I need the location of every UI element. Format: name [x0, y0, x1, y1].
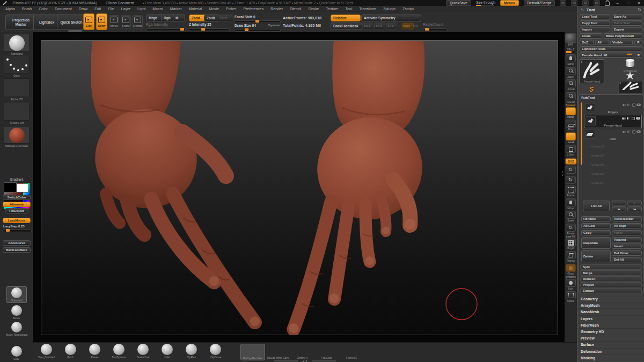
quick-sketch-button[interactable]: Quick Sketch	[57, 14, 86, 30]
menus-toggle-button[interactable]: Menus	[500, 0, 519, 6]
zcut-button[interactable]: Zcut	[217, 14, 233, 21]
goz-all-button[interactable]: All	[595, 40, 609, 45]
right-shelf-button[interactable]: Ghost	[566, 264, 576, 275]
alternate-button[interactable]: Alternate	[3, 202, 31, 207]
see-through-slider[interactable]: See-through	[476, 1, 495, 6]
menu-item[interactable]: Edit	[94, 7, 101, 11]
radial-count-slider[interactable]	[423, 28, 448, 31]
menu-item[interactable]: Material	[188, 7, 202, 11]
right-shelf-button[interactable]: Local	[566, 132, 576, 144]
scale-mode-button[interactable]: Scale	[121, 15, 131, 28]
current-texture-thumbnail[interactable]	[4, 102, 30, 121]
right-tray-collapse-handle[interactable]: ∧∨	[560, 171, 565, 176]
all-low-button[interactable]: All Low	[581, 223, 611, 228]
menu-item[interactable]: Picker	[226, 7, 236, 11]
palette-section-header[interactable]: Preview	[577, 335, 644, 342]
right-shelf-button[interactable]: Rotate	[566, 224, 576, 235]
tablet2-icon[interactable]	[594, 0, 600, 6]
subtool-toggles[interactable]	[623, 104, 640, 106]
symmetry-z-button[interactable]: >Z<	[386, 23, 397, 29]
menu-item[interactable]: Preferences	[244, 7, 264, 11]
right-shelf-button[interactable]: BPR	[565, 33, 576, 46]
refresh-icon[interactable]: ↻	[638, 8, 641, 12]
clone-button[interactable]: Clone	[580, 33, 602, 39]
default-zscript-button[interactable]: DefaultZScript	[524, 0, 555, 6]
polypaint-toggle-icon[interactable]	[623, 104, 626, 106]
menu-item[interactable]: Brush	[22, 7, 32, 11]
palette-section-header[interactable]: NanoMesh	[577, 309, 644, 315]
right-shelf-button[interactable]: Move	[566, 198, 576, 210]
right-shelf-button[interactable]: Frame	[566, 186, 576, 197]
halfvis-toggle-icon[interactable]	[627, 117, 630, 120]
palette-section-header[interactable]: Deformation	[577, 349, 644, 355]
menu-item[interactable]: Alpha	[5, 7, 15, 11]
paste-subtool-button[interactable]: Paste	[612, 230, 642, 235]
lazy-step-slider[interactable]	[3, 230, 32, 232]
right-shelf-button[interactable]: Dynamic Solo	[566, 276, 576, 290]
palette-section-header[interactable]: FiberMesh	[577, 322, 644, 329]
rotate-mode-button[interactable]: Rotate	[133, 15, 143, 28]
subtool-toggles[interactable]	[623, 130, 640, 133]
main-color-swatch[interactable]	[4, 182, 17, 193]
bottom-material-item[interactable]: Flat Color	[314, 344, 339, 360]
quick-brush-item[interactable]: Move Topological	[0, 322, 33, 336]
activate-symmetry-button[interactable]: Activate Symmetry	[361, 14, 421, 21]
fill-object-button[interactable]: FillObject	[5, 208, 28, 213]
bottom-material-item[interactable]: MatCap Red Wax	[240, 344, 265, 360]
load-tool-button[interactable]: Load Tool	[580, 14, 610, 19]
rgb-intensity-slider[interactable]	[146, 28, 186, 31]
tool-thumb-cylinder[interactable]: Cylinder3D	[618, 60, 642, 72]
halfvis-toggle-icon[interactable]	[627, 104, 631, 106]
tablet-icon[interactable]	[582, 0, 589, 6]
quick-brush-item[interactable]: Move	[0, 305, 33, 320]
menu-item[interactable]: Texture	[326, 7, 338, 11]
bottom-brush-item[interactable]: Inflat	[155, 344, 179, 359]
right-shelf-button[interactable]: Zoom	[566, 67, 576, 78]
make-polymesh3d-button[interactable]: Make PolyMesh3D	[604, 33, 642, 39]
current-brush-thumbnail[interactable]	[4, 34, 30, 51]
move-mode-button[interactable]: Move	[109, 15, 119, 28]
lock-icon[interactable]	[605, 2, 610, 6]
current-stroke-thumbnail[interactable]	[4, 56, 30, 73]
right-shelf-button[interactable]: SPix 3	[566, 48, 575, 53]
palette-section-header[interactable]: Surface	[577, 342, 644, 348]
goz-visible-button[interactable]: Visible	[610, 40, 633, 45]
bottom-brush-item[interactable]: SnakeHook	[131, 344, 155, 359]
autoreorder-button[interactable]: AutoReorder	[612, 216, 642, 221]
split-section[interactable]: Split	[580, 264, 642, 270]
append-button[interactable]: Append	[612, 237, 642, 242]
palette-section-header[interactable]: Geometry HD	[577, 329, 644, 335]
subtool-header[interactable]: SubTool	[581, 96, 595, 100]
brush-toggle-icon[interactable]	[632, 117, 635, 120]
menu-item[interactable]: Stroke	[308, 7, 319, 11]
active-tool-r-button[interactable]: R	[635, 53, 642, 58]
right-shelf-button[interactable]: Transp	[566, 251, 576, 262]
bottom-brush-item[interactable]: TrimDynamic	[107, 344, 131, 359]
palette-config2-icon[interactable]	[571, 0, 577, 6]
halfvis-toggle-icon[interactable]	[627, 130, 631, 133]
copy-subtool-button[interactable]: Copy	[581, 230, 611, 235]
z-intensity-slider[interactable]	[189, 28, 230, 31]
right-shelf-button[interactable]: Actual	[566, 79, 576, 91]
document-viewport[interactable]	[41, 40, 558, 335]
polypaint-toggle-icon[interactable]	[622, 117, 625, 120]
accu-curve-button[interactable]: AccuCurve	[3, 240, 31, 246]
subtool-moveup-button[interactable]: ↩	[612, 206, 626, 211]
palette-section-header[interactable]: Layers	[577, 316, 644, 322]
remesh-section[interactable]: Remesh	[580, 276, 642, 282]
bottom-brush-item[interactable]: Dam_Standard	[34, 344, 58, 359]
subtool-item[interactable]: Unused 7	[584, 178, 642, 187]
draw-size-slider[interactable]	[235, 29, 281, 32]
save-as-button[interactable]: Save As	[612, 14, 642, 19]
menu-item[interactable]: Macro	[152, 7, 163, 11]
active-tool-button[interactable]: Female Hand. 48	[580, 53, 633, 58]
menu-item[interactable]: Zplugin	[383, 7, 396, 11]
merge-section[interactable]: Merge	[580, 270, 642, 276]
switch-color-button[interactable]: SwitchColor	[3, 195, 31, 200]
draw-mode-button[interactable]: Draw	[96, 13, 107, 30]
bottom-brush-item[interactable]: Flatten	[83, 344, 107, 359]
menu-item[interactable]: Light	[137, 7, 145, 11]
subtool-scrollbar[interactable]	[581, 102, 582, 165]
right-shelf-button[interactable]: Xpose	[566, 291, 576, 302]
menu-item[interactable]: Transform	[359, 7, 376, 11]
